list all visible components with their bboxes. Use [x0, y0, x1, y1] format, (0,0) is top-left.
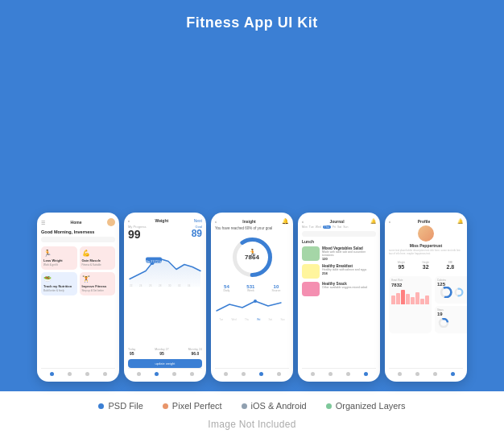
- next-label[interactable]: Next: [194, 218, 202, 223]
- feature-pixel: Pixel Perfect: [163, 401, 222, 411]
- insight-back-icon[interactable]: ‹: [215, 219, 217, 224]
- profile-top: Miss Peppertrust some text placeholder d…: [389, 225, 463, 255]
- ios-dot: [242, 403, 247, 409]
- insight-donut: 🏃 7864: [230, 235, 275, 279]
- nav-j3: [346, 372, 350, 376]
- feature-layers: Organized Layers: [326, 401, 406, 411]
- fitness-icon: 🏋️: [82, 275, 114, 283]
- journal-list: Mixed Vegetables Salad Made with table s…: [302, 246, 376, 368]
- features-row: PSD File Pixel Perfect iOS & Android Org…: [98, 401, 405, 411]
- weight-stats: Today 95 Monday 27 95 Monday 24 96.0: [128, 348, 202, 356]
- home-cards: 🏃 Loss Weight Work & get fit 💪 Gain Musc…: [41, 246, 115, 295]
- insight-nav: [215, 368, 289, 378]
- back-arrow-icon[interactable]: ‹: [128, 218, 130, 223]
- nav-i1: [224, 372, 228, 376]
- layers-dot: [326, 403, 332, 409]
- home-avatar: [107, 218, 115, 226]
- phone-profile: ‹ Profile 🔔 Miss Peppertrust some text p…: [385, 213, 467, 382]
- pixel-dot: [163, 403, 168, 409]
- profile-stats: Weight 95 Height 32 BMI 2.8: [389, 261, 463, 270]
- profile-back-icon[interactable]: ‹: [389, 219, 390, 224]
- nav-i2: [242, 372, 246, 376]
- svg-text:24: 24: [139, 284, 143, 287]
- nav-i3: [259, 372, 263, 376]
- day-sun[interactable]: Sun: [343, 225, 348, 229]
- nav-i4: [277, 372, 281, 376]
- feature-ios: iOS & Android: [242, 401, 307, 411]
- insight-mini-chart: Tue Wed Thu Fri Sat Sun: [215, 296, 289, 321]
- bottom-section: PSD File Pixel Perfect iOS & Android Org…: [0, 391, 504, 438]
- day-tue[interactable]: Tue: [309, 225, 314, 229]
- nav-search: [68, 372, 72, 376]
- journal-img-1: [302, 246, 320, 261]
- update-weight-button[interactable]: update weight: [128, 359, 202, 368]
- svg-text:26: 26: [149, 284, 152, 287]
- phone-weight: ‹ Weight Next My Progress 99 Goal 89: [124, 213, 206, 382]
- day-fri[interactable]: Fri: [333, 225, 336, 229]
- page-header: Fitness App UI Kit: [0, 0, 504, 43]
- day-sat[interactable]: Sat: [337, 225, 341, 229]
- profile-steps-chart: Steps 19: [435, 306, 467, 333]
- svg-text:22: 22: [130, 284, 133, 287]
- day-thu[interactable]: Thu: [323, 225, 331, 229]
- nav-p2: [415, 372, 419, 376]
- loss-weight-icon: 🏃: [43, 250, 75, 257]
- nav-w1: [137, 372, 141, 376]
- search-bar[interactable]: [41, 237, 115, 242]
- day-tabs: Mon Tue Wed Thu Fri Sat Sun: [302, 225, 376, 229]
- source-label: Source: [271, 289, 280, 292]
- svg-text:04: 04: [188, 284, 191, 287]
- nav-j2: [328, 372, 333, 376]
- nav-j4: [364, 372, 368, 376]
- day-wed[interactable]: Wed: [316, 225, 321, 229]
- card-fitness[interactable]: 🏋️ Improve Fitness Step up & Get better: [80, 272, 116, 295]
- journal-bell-icon[interactable]: 🔔: [370, 218, 376, 224]
- card-loss-weight[interactable]: 🏃 Loss Weight Work & get fit: [41, 246, 77, 270]
- nav-home: [50, 372, 54, 376]
- nav-activity: [85, 372, 89, 376]
- home-nav: [41, 368, 115, 378]
- daily-label: Daily: [224, 289, 230, 292]
- phone-insight: ‹ Insight 🔔 You have reached 60% of your…: [211, 213, 293, 382]
- feature-psd: PSD File: [98, 401, 143, 411]
- journal-item-2: Healthy Breakfast Healthy table with sal…: [302, 264, 376, 279]
- card-nutrition[interactable]: 🥗 Track my Nutrition Build better & fine…: [41, 272, 77, 295]
- profile-bell-icon[interactable]: 🔔: [457, 218, 463, 224]
- profile-avatar: [418, 225, 434, 242]
- goal-weight: 89: [192, 229, 202, 239]
- phone-home: ☰ Home Good Morning, Inverness 🏃 Loss We…: [37, 213, 119, 382]
- nav-p3: [433, 372, 437, 376]
- journal-img-2: [302, 264, 320, 279]
- day-mon[interactable]: Mon: [302, 225, 308, 229]
- nav-j1: [311, 372, 315, 376]
- current-weight: 99: [128, 229, 146, 241]
- journal-img-3: [302, 282, 320, 296]
- profile-nav: [389, 368, 463, 378]
- journal-search[interactable]: [302, 231, 376, 237]
- nav-p1: [398, 372, 402, 376]
- insight-stats: 54 Daily 531 Week 10 Source: [215, 284, 289, 292]
- phones-strip: ☰ Home Good Morning, Inverness 🏃 Loss We…: [0, 43, 504, 391]
- psd-dot: [98, 403, 104, 409]
- card-gain-muscle[interactable]: 💪 Gain Muscle Fitness & Suitable: [80, 246, 116, 270]
- journal-back-icon[interactable]: ‹: [302, 219, 304, 224]
- weight-nav: [128, 368, 202, 378]
- nav-w2: [155, 372, 159, 376]
- journal-item-3: Healthy Snack Other available veggies mi…: [302, 282, 376, 296]
- journal-item-1: Mixed Vegetables Salad Made with table s…: [302, 246, 376, 261]
- page-title: Fitness App UI Kit: [0, 14, 504, 31]
- profile-chart-1: Heart Rate 7832: [389, 276, 432, 333]
- svg-text:30: 30: [168, 284, 171, 287]
- profile-calories-chart: Calories 125: [435, 276, 467, 304]
- nav-profile: [103, 372, 107, 376]
- svg-point-13: [254, 300, 257, 303]
- nutrition-icon: 🥗: [43, 275, 75, 283]
- footer-text: Image Not Included: [208, 419, 295, 430]
- insight-bell-icon[interactable]: 🔔: [282, 218, 289, 225]
- svg-text:02: 02: [178, 284, 181, 287]
- main-container: Fitness App UI Kit ☰ Home Good Morning, …: [0, 0, 504, 438]
- phone-journal: ‹ Journal 🔔 Mon Tue Wed Thu Fri Sat Sun: [298, 213, 380, 382]
- week-label: Week: [246, 289, 254, 292]
- gain-muscle-icon: 💪: [82, 250, 114, 257]
- nav-w3: [172, 372, 176, 376]
